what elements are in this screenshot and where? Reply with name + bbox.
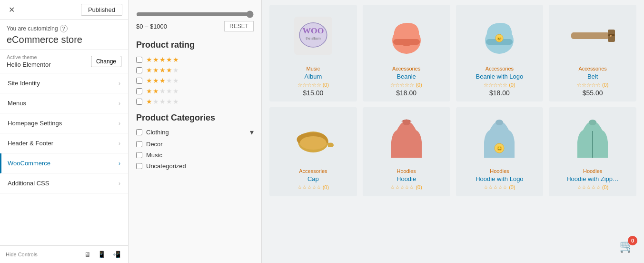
product-card-hoodie-logo[interactable]: 😊 Hoodies Hoodie with Logo ☆☆☆☆☆ (0): [456, 107, 544, 196]
product-name-belt: Belt: [587, 73, 598, 80]
close-button[interactable]: ✕: [6, 4, 18, 15]
chevron-icon: ›: [119, 160, 120, 167]
product-card-beanie-logo[interactable]: 😊 Accessories Beanie with Logo ☆☆☆☆☆ (0)…: [456, 5, 544, 101]
product-card-album[interactable]: WOO the album Music Album ☆☆☆☆☆ (0) $15.…: [269, 5, 357, 101]
svg-text:😊: 😊: [496, 145, 503, 152]
hide-controls-label: Hide Controls: [6, 252, 38, 257]
category-clothing-label: Clothing: [146, 129, 169, 136]
product-card-beanie[interactable]: Accessories Beanie ☆☆☆☆☆ (0) $18.00: [363, 5, 450, 101]
rating-row-1: ★★★★★: [136, 98, 254, 105]
customizing-label: You are customizing ?: [7, 25, 121, 32]
chevron-icon: ›: [119, 180, 120, 187]
category-clothing-expand-icon[interactable]: ▾: [250, 128, 254, 137]
theme-name: Hello Elementor: [7, 61, 51, 68]
product-stars-belt: ☆☆☆☆☆ (0): [577, 82, 609, 88]
theme-info: Active theme Hello Elementor: [7, 54, 51, 68]
rating-1-stars: ★★★★★: [146, 98, 179, 105]
product-stars-beanie: ☆☆☆☆☆ (0): [390, 82, 422, 88]
filters-panel: $0 – $1000 RESET Product rating ★★★★★ ★★…: [129, 0, 262, 263]
category-decor-checkbox[interactable]: [136, 141, 142, 147]
product-rating-title: Product rating: [136, 40, 254, 50]
product-category-cap: Accessories: [299, 168, 327, 174]
product-card-hoodie-zip[interactable]: Hoodies Hoodie with Zipp… ☆☆☆☆☆ (0): [549, 107, 636, 196]
nav-item-woocommerce[interactable]: WooCommerce›: [0, 153, 128, 173]
svg-point-19: [495, 120, 503, 125]
nav-item-label: Homepage Settings: [8, 120, 62, 127]
rating-3-checkbox[interactable]: [136, 78, 142, 84]
customizing-section: You are customizing ? eCommerce store: [0, 20, 128, 50]
product-stars-hoodie-zip: ☆☆☆☆☆ (0): [577, 184, 609, 191]
product-stars-album: ☆☆☆☆☆ (0): [297, 82, 329, 88]
rating-2-checkbox[interactable]: [136, 88, 142, 94]
product-image-beanie-logo: 😊: [461, 10, 539, 62]
nav-item-site-identity[interactable]: Site Identity›: [0, 73, 128, 93]
change-theme-button[interactable]: Change: [91, 56, 121, 67]
nav-item-additional-css[interactable]: Additional CSS›: [0, 173, 128, 193]
product-image-beanie: [367, 10, 446, 62]
rating-5-checkbox[interactable]: [136, 57, 142, 63]
svg-text:the album: the album: [306, 36, 321, 40]
desktop-icon[interactable]: 🖥: [82, 250, 93, 259]
product-image-cap: [274, 112, 352, 164]
product-categories-title: Product Categories: [136, 113, 254, 123]
product-image-album: WOO the album: [274, 10, 352, 62]
product-name-hoodie-logo: Hoodie with Logo: [476, 175, 523, 182]
rating-row-2: ★★★★★: [136, 87, 254, 95]
rating-row-5: ★★★★★: [136, 56, 254, 63]
category-uncategorized-row: Uncategorized: [136, 162, 254, 170]
nav-item-label: Site Identity: [8, 80, 40, 87]
published-button[interactable]: Published: [81, 4, 122, 16]
chevron-icon: ›: [119, 120, 120, 127]
nav-item-header-footer[interactable]: Header & Footer›: [0, 133, 128, 153]
rating-row-3: ★★★★★: [136, 77, 254, 84]
nav-item-menus[interactable]: Menus›: [0, 93, 128, 113]
category-uncategorized-checkbox[interactable]: [136, 163, 142, 169]
nav-item-label: WooCommerce: [8, 160, 50, 167]
product-card-belt[interactable]: Accessories Belt ☆☆☆☆☆ (0) $55.00: [549, 5, 636, 101]
customizer-panel: ✕ Published You are customizing ? eComme…: [0, 0, 129, 263]
product-price-beanie: $18.00: [396, 89, 416, 97]
mobile-icon[interactable]: 📲: [110, 250, 122, 259]
product-name-cap: Cap: [307, 175, 319, 182]
product-category-belt: Accessories: [578, 66, 606, 71]
rating-1-checkbox[interactable]: [136, 99, 142, 105]
category-decor-row: Decor: [136, 141, 254, 148]
product-image-hoodie: [367, 112, 446, 164]
cart-button[interactable]: 🛒 0: [619, 239, 634, 253]
product-card-cap[interactable]: Accessories Cap ☆☆☆☆☆ (0): [269, 107, 357, 196]
product-stars-hoodie: ☆☆☆☆☆ (0): [390, 184, 422, 191]
rating-4-checkbox[interactable]: [136, 67, 142, 73]
svg-text:😊: 😊: [497, 36, 502, 41]
product-name-beanie: Beanie: [396, 73, 416, 80]
product-name-beanie-logo: Beanie with Logo: [476, 73, 524, 80]
product-card-hoodie[interactable]: Hoodies Hoodie ☆☆☆☆☆ (0): [363, 107, 450, 196]
customizer-header: ✕ Published: [0, 0, 128, 20]
nav-items: Site Identity›Menus›Homepage Settings›He…: [0, 73, 128, 245]
nav-item-label: Additional CSS: [8, 180, 49, 187]
product-image-belt: [554, 10, 632, 62]
product-image-hoodie-logo: 😊: [461, 112, 539, 164]
svg-point-18: [403, 120, 410, 125]
bottom-bar: Hide Controls 🖥 📱 📲: [0, 245, 128, 263]
svg-rect-4: [309, 40, 317, 44]
nav-item-label: Header & Footer: [8, 140, 53, 147]
help-icon[interactable]: ?: [60, 25, 68, 32]
rating-row-4: ★★★★★: [136, 66, 254, 74]
tablet-icon[interactable]: 📱: [96, 250, 108, 259]
category-clothing-checkbox[interactable]: [136, 129, 142, 135]
product-price-beanie-logo: $18.00: [489, 89, 510, 97]
price-range-slider[interactable]: [136, 10, 254, 18]
cart-area: 🛒 0: [619, 239, 634, 253]
category-music-label: Music: [146, 152, 162, 159]
hide-controls-button[interactable]: Hide Controls: [6, 252, 38, 257]
category-clothing-row: Clothing ▾: [136, 128, 254, 137]
nav-item-homepage-settings[interactable]: Homepage Settings›: [0, 113, 128, 133]
products-grid-row2: Accessories Cap ☆☆☆☆☆ (0) Hoodies Hoodie…: [269, 107, 636, 196]
product-name-album: Album: [304, 73, 322, 80]
product-stars-hoodie-logo: ☆☆☆☆☆ (0): [484, 184, 515, 191]
reset-button[interactable]: RESET: [224, 21, 254, 31]
category-music-checkbox[interactable]: [136, 152, 142, 158]
svg-point-22: [589, 120, 596, 125]
products-grid-row1: WOO the album Music Album ☆☆☆☆☆ (0) $15.…: [269, 5, 636, 101]
chevron-icon: ›: [119, 100, 120, 107]
